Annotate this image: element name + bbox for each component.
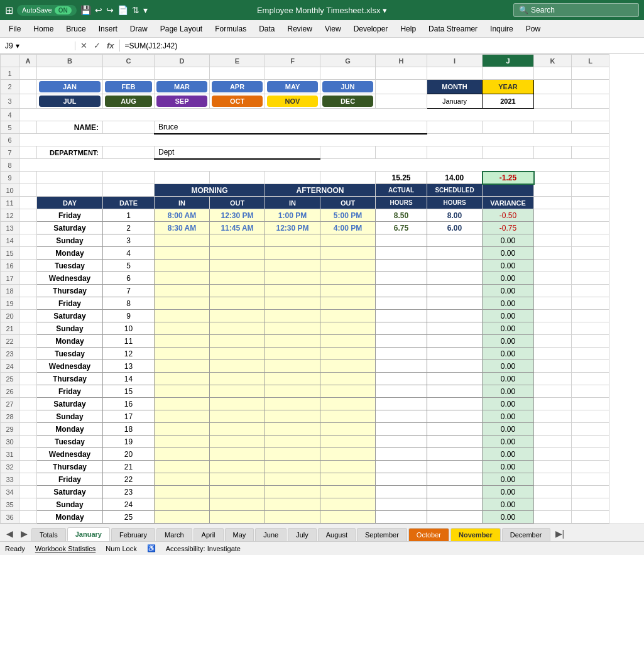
r26-sch[interactable] [427, 385, 483, 398]
r18-aout[interactable] [320, 285, 376, 297]
r21-min[interactable] [155, 322, 210, 335]
tab-scroll-left[interactable]: ◀ [3, 526, 17, 541]
col-header-a[interactable]: A [19, 55, 37, 67]
cell-c5[interactable] [103, 121, 155, 134]
r19-sch[interactable] [427, 297, 483, 310]
btn-jan[interactable]: JAN [39, 81, 101, 92]
r22-sch[interactable] [427, 335, 483, 348]
r21-day[interactable]: Sunday [37, 322, 103, 335]
r23-day[interactable]: Tuesday [37, 348, 103, 360]
accessibility-label[interactable]: Accessibility: Investigate [166, 545, 241, 552]
r17-aout[interactable] [320, 272, 376, 285]
btn-jun[interactable]: JUN [322, 81, 373, 92]
r23-aout[interactable] [320, 348, 376, 360]
cell-l5[interactable] [572, 121, 609, 134]
r31-min[interactable] [155, 448, 210, 461]
r14-aout[interactable] [320, 234, 376, 247]
cell-f1[interactable] [265, 67, 320, 80]
r36-var[interactable]: 0.00 [483, 511, 534, 524]
r36-date[interactable]: 25 [103, 511, 155, 524]
r16-date[interactable]: 5 [103, 260, 155, 272]
cell-k3[interactable] [534, 94, 572, 109]
r23-mout[interactable] [210, 348, 265, 360]
cell-reference[interactable]: J9 ▾ [0, 41, 75, 50]
r15-sch[interactable] [427, 247, 483, 260]
r33-ain[interactable] [265, 473, 320, 486]
btn-apr[interactable]: APR [212, 81, 263, 92]
undo-icon[interactable]: ↩ [95, 5, 102, 15]
r24-aout[interactable] [320, 360, 376, 373]
cell-c13-date[interactable]: 2 [103, 222, 155, 234]
cell-e3-oct[interactable]: OCT [210, 94, 265, 109]
search-box[interactable]: 🔍 Search [513, 3, 639, 17]
r24-act[interactable] [376, 360, 427, 373]
r32-act[interactable] [376, 461, 427, 473]
r29-min[interactable] [155, 423, 210, 436]
r25-mout[interactable] [210, 373, 265, 385]
r30-act[interactable] [376, 436, 427, 448]
spreadsheet-grid[interactable]: A B C D E F G H I J K L 1 [0, 54, 644, 524]
r34-date[interactable]: 23 [103, 486, 155, 498]
r20-aout[interactable] [320, 310, 376, 322]
cell-f12-ain[interactable]: 1:00 PM [265, 209, 320, 222]
r29-var[interactable]: 0.00 [483, 423, 534, 436]
menu-home[interactable]: Home [27, 22, 60, 36]
dropdown-arrow[interactable]: ▾ [383, 6, 387, 15]
r17-mout[interactable] [210, 272, 265, 285]
r30-var[interactable]: 0.00 [483, 436, 534, 448]
r34-min[interactable] [155, 486, 210, 498]
r31-day[interactable]: Wednesday [37, 448, 103, 461]
cell-g2-jun[interactable]: JUN [320, 80, 376, 94]
cell-j9-var-total[interactable]: -1.25 [483, 172, 534, 184]
tab-totals[interactable]: Totals [31, 528, 66, 541]
r20-date[interactable]: 9 [103, 310, 155, 322]
r28-day[interactable]: Sunday [37, 410, 103, 423]
r14-act[interactable] [376, 234, 427, 247]
r32-var[interactable]: 0.00 [483, 461, 534, 473]
cell-j3-year-val[interactable]: 2021 [483, 94, 534, 109]
cell-d2-mar[interactable]: MAR [155, 80, 210, 94]
r36-aout[interactable] [320, 511, 376, 524]
cell-k11[interactable] [534, 197, 572, 209]
r36-sch[interactable] [427, 511, 483, 524]
cell-g9[interactable] [320, 172, 376, 184]
cell-l13[interactable] [572, 222, 609, 234]
r31-aout[interactable] [320, 448, 376, 461]
r20-ain[interactable] [265, 310, 320, 322]
cell-d3-sep[interactable]: SEP [155, 94, 210, 109]
tab-january[interactable]: January [67, 527, 110, 541]
r33-date[interactable]: 22 [103, 473, 155, 486]
confirm-formula-icon[interactable]: ✓ [91, 40, 103, 52]
r25-ain[interactable] [265, 373, 320, 385]
r21-aout[interactable] [320, 322, 376, 335]
cell-j1[interactable] [483, 67, 534, 80]
insert-function-icon[interactable]: fx [104, 40, 117, 52]
r21-date[interactable]: 10 [103, 322, 155, 335]
r15-date[interactable]: 4 [103, 247, 155, 260]
more-icon[interactable]: ▾ [143, 5, 148, 15]
cell-i12-sched[interactable]: 8.00 [427, 209, 483, 222]
r25-aout[interactable] [320, 373, 376, 385]
cell-ref-dropdown[interactable]: ▾ [16, 41, 19, 50]
cell-a13[interactable] [19, 222, 37, 234]
tab-december[interactable]: December [502, 528, 550, 541]
r17-var[interactable]: 0.00 [483, 272, 534, 285]
redo-icon[interactable]: ↪ [106, 5, 114, 15]
cell-c7[interactable] [103, 146, 155, 159]
menu-file[interactable]: File [3, 22, 27, 36]
r27-aout[interactable] [320, 398, 376, 410]
cell-c2-feb[interactable]: FEB [103, 80, 155, 94]
cell-e13-mout[interactable]: 11:45 AM [210, 222, 265, 234]
r22-act[interactable] [376, 335, 427, 348]
r20-min[interactable] [155, 310, 210, 322]
r26-date[interactable]: 15 [103, 385, 155, 398]
tab-april[interactable]: April [194, 528, 224, 541]
r29-aout[interactable] [320, 423, 376, 436]
menu-view[interactable]: View [319, 22, 347, 36]
r24-min[interactable] [155, 360, 210, 373]
r30-ain[interactable] [265, 436, 320, 448]
r31-date[interactable]: 20 [103, 448, 155, 461]
cancel-formula-icon[interactable]: ✕ [78, 40, 90, 52]
r31-ain[interactable] [265, 448, 320, 461]
r24-ain[interactable] [265, 360, 320, 373]
